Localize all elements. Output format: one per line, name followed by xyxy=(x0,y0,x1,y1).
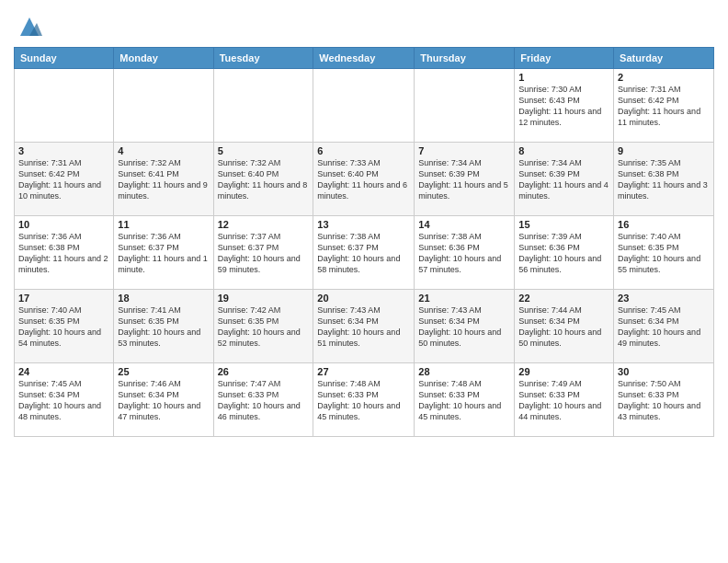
calendar-cell: 10Sunrise: 7:36 AM Sunset: 6:38 PM Dayli… xyxy=(15,216,114,290)
day-info: Sunrise: 7:49 AM Sunset: 6:33 PM Dayligh… xyxy=(518,378,609,423)
calendar-cell: 4Sunrise: 7:32 AM Sunset: 6:41 PM Daylig… xyxy=(114,143,213,216)
day-info: Sunrise: 7:34 AM Sunset: 6:39 PM Dayligh… xyxy=(418,157,510,202)
day-info: Sunrise: 7:31 AM Sunset: 6:42 PM Dayligh… xyxy=(618,84,710,129)
day-number: 29 xyxy=(518,366,609,377)
day-number: 5 xyxy=(218,145,310,156)
day-info: Sunrise: 7:30 AM Sunset: 6:43 PM Dayligh… xyxy=(518,84,609,129)
calendar-cell: 21Sunrise: 7:43 AM Sunset: 6:34 PM Dayli… xyxy=(415,290,515,363)
calendar-cell: 5Sunrise: 7:32 AM Sunset: 6:40 PM Daylig… xyxy=(213,143,313,216)
calendar-cell: 28Sunrise: 7:48 AM Sunset: 6:33 PM Dayli… xyxy=(415,363,515,437)
calendar-cell: 18Sunrise: 7:41 AM Sunset: 6:35 PM Dayli… xyxy=(114,290,213,363)
calendar-header-monday: Monday xyxy=(114,48,213,69)
day-number: 18 xyxy=(118,293,209,304)
day-number: 25 xyxy=(118,366,209,377)
day-number: 12 xyxy=(218,219,310,230)
day-number: 30 xyxy=(618,366,710,377)
day-info: Sunrise: 7:32 AM Sunset: 6:40 PM Dayligh… xyxy=(218,157,310,202)
logo xyxy=(14,14,42,40)
calendar-cell xyxy=(114,69,213,143)
calendar-header-thursday: Thursday xyxy=(415,48,515,69)
day-info: Sunrise: 7:36 AM Sunset: 6:37 PM Dayligh… xyxy=(118,231,209,276)
day-number: 2 xyxy=(618,72,710,83)
calendar-cell xyxy=(213,69,313,143)
day-info: Sunrise: 7:39 AM Sunset: 6:36 PM Dayligh… xyxy=(518,231,609,276)
day-number: 22 xyxy=(518,293,609,304)
day-number: 26 xyxy=(218,366,310,377)
calendar-cell: 29Sunrise: 7:49 AM Sunset: 6:33 PM Dayli… xyxy=(515,363,614,437)
day-info: Sunrise: 7:42 AM Sunset: 6:35 PM Dayligh… xyxy=(218,304,310,350)
day-number: 8 xyxy=(518,145,609,156)
day-info: Sunrise: 7:38 AM Sunset: 6:36 PM Dayligh… xyxy=(418,231,510,276)
calendar-week-5: 24Sunrise: 7:45 AM Sunset: 6:34 PM Dayli… xyxy=(15,363,714,437)
day-number: 9 xyxy=(618,145,710,156)
logo-icon xyxy=(17,14,42,40)
day-info: Sunrise: 7:34 AM Sunset: 6:39 PM Dayligh… xyxy=(518,157,609,202)
day-info: Sunrise: 7:44 AM Sunset: 6:34 PM Dayligh… xyxy=(518,304,609,350)
calendar-header-row: SundayMondayTuesdayWednesdayThursdayFrid… xyxy=(15,48,714,69)
calendar-cell xyxy=(15,69,114,143)
day-info: Sunrise: 7:48 AM Sunset: 6:33 PM Dayligh… xyxy=(317,378,410,423)
day-info: Sunrise: 7:43 AM Sunset: 6:34 PM Dayligh… xyxy=(418,304,510,350)
day-number: 16 xyxy=(618,219,710,230)
calendar-cell: 8Sunrise: 7:34 AM Sunset: 6:39 PM Daylig… xyxy=(515,143,614,216)
calendar-cell: 25Sunrise: 7:46 AM Sunset: 6:34 PM Dayli… xyxy=(114,363,213,437)
day-info: Sunrise: 7:40 AM Sunset: 6:35 PM Dayligh… xyxy=(18,304,109,350)
day-number: 23 xyxy=(618,293,710,304)
calendar-cell xyxy=(415,69,515,143)
day-info: Sunrise: 7:41 AM Sunset: 6:35 PM Dayligh… xyxy=(118,304,209,350)
day-number: 10 xyxy=(18,219,109,230)
calendar-cell: 7Sunrise: 7:34 AM Sunset: 6:39 PM Daylig… xyxy=(415,143,515,216)
calendar-table: SundayMondayTuesdayWednesdayThursdayFrid… xyxy=(14,47,714,437)
day-info: Sunrise: 7:38 AM Sunset: 6:37 PM Dayligh… xyxy=(317,231,410,276)
day-info: Sunrise: 7:43 AM Sunset: 6:34 PM Dayligh… xyxy=(317,304,410,350)
day-info: Sunrise: 7:36 AM Sunset: 6:38 PM Dayligh… xyxy=(18,231,109,276)
day-number: 27 xyxy=(317,366,410,377)
day-info: Sunrise: 7:46 AM Sunset: 6:34 PM Dayligh… xyxy=(118,378,209,423)
calendar-cell: 13Sunrise: 7:38 AM Sunset: 6:37 PM Dayli… xyxy=(313,216,415,290)
calendar-cell: 1Sunrise: 7:30 AM Sunset: 6:43 PM Daylig… xyxy=(515,69,614,143)
day-info: Sunrise: 7:37 AM Sunset: 6:37 PM Dayligh… xyxy=(218,231,310,276)
calendar-cell: 23Sunrise: 7:45 AM Sunset: 6:34 PM Dayli… xyxy=(614,290,714,363)
calendar-cell: 6Sunrise: 7:33 AM Sunset: 6:40 PM Daylig… xyxy=(313,143,415,216)
day-info: Sunrise: 7:47 AM Sunset: 6:33 PM Dayligh… xyxy=(218,378,310,423)
calendar-header-friday: Friday xyxy=(515,48,614,69)
header xyxy=(14,9,714,40)
calendar-cell: 30Sunrise: 7:50 AM Sunset: 6:33 PM Dayli… xyxy=(614,363,714,437)
day-info: Sunrise: 7:48 AM Sunset: 6:33 PM Dayligh… xyxy=(418,378,510,423)
calendar-week-3: 10Sunrise: 7:36 AM Sunset: 6:38 PM Dayli… xyxy=(15,216,714,290)
day-number: 28 xyxy=(418,366,510,377)
calendar-cell: 26Sunrise: 7:47 AM Sunset: 6:33 PM Dayli… xyxy=(213,363,313,437)
calendar-cell: 27Sunrise: 7:48 AM Sunset: 6:33 PM Dayli… xyxy=(313,363,415,437)
day-number: 17 xyxy=(18,293,109,304)
day-number: 4 xyxy=(118,145,209,156)
day-number: 20 xyxy=(317,293,410,304)
calendar-header-saturday: Saturday xyxy=(614,48,714,69)
calendar-header-sunday: Sunday xyxy=(15,48,114,69)
day-number: 24 xyxy=(18,366,109,377)
calendar-header-tuesday: Tuesday xyxy=(213,48,313,69)
day-number: 6 xyxy=(317,145,410,156)
day-info: Sunrise: 7:40 AM Sunset: 6:35 PM Dayligh… xyxy=(618,231,710,276)
calendar-cell: 22Sunrise: 7:44 AM Sunset: 6:34 PM Dayli… xyxy=(515,290,614,363)
calendar-week-2: 3Sunrise: 7:31 AM Sunset: 6:42 PM Daylig… xyxy=(15,143,714,216)
calendar-week-4: 17Sunrise: 7:40 AM Sunset: 6:35 PM Dayli… xyxy=(15,290,714,363)
day-info: Sunrise: 7:35 AM Sunset: 6:38 PM Dayligh… xyxy=(618,157,710,202)
day-number: 19 xyxy=(218,293,310,304)
day-info: Sunrise: 7:32 AM Sunset: 6:41 PM Dayligh… xyxy=(118,157,209,202)
calendar-cell: 15Sunrise: 7:39 AM Sunset: 6:36 PM Dayli… xyxy=(515,216,614,290)
day-number: 7 xyxy=(418,145,510,156)
calendar-cell: 2Sunrise: 7:31 AM Sunset: 6:42 PM Daylig… xyxy=(614,69,714,143)
day-info: Sunrise: 7:31 AM Sunset: 6:42 PM Dayligh… xyxy=(18,157,109,202)
page: SundayMondayTuesdayWednesdayThursdayFrid… xyxy=(0,0,728,563)
day-number: 1 xyxy=(518,72,609,83)
calendar-cell: 17Sunrise: 7:40 AM Sunset: 6:35 PM Dayli… xyxy=(15,290,114,363)
calendar-cell: 14Sunrise: 7:38 AM Sunset: 6:36 PM Dayli… xyxy=(415,216,515,290)
calendar-cell: 16Sunrise: 7:40 AM Sunset: 6:35 PM Dayli… xyxy=(614,216,714,290)
day-info: Sunrise: 7:50 AM Sunset: 6:33 PM Dayligh… xyxy=(618,378,710,423)
day-info: Sunrise: 7:45 AM Sunset: 6:34 PM Dayligh… xyxy=(18,378,109,423)
calendar-cell: 11Sunrise: 7:36 AM Sunset: 6:37 PM Dayli… xyxy=(114,216,213,290)
calendar-header-wednesday: Wednesday xyxy=(313,48,415,69)
calendar-week-1: 1Sunrise: 7:30 AM Sunset: 6:43 PM Daylig… xyxy=(15,69,714,143)
calendar-cell: 3Sunrise: 7:31 AM Sunset: 6:42 PM Daylig… xyxy=(15,143,114,216)
day-number: 21 xyxy=(418,293,510,304)
